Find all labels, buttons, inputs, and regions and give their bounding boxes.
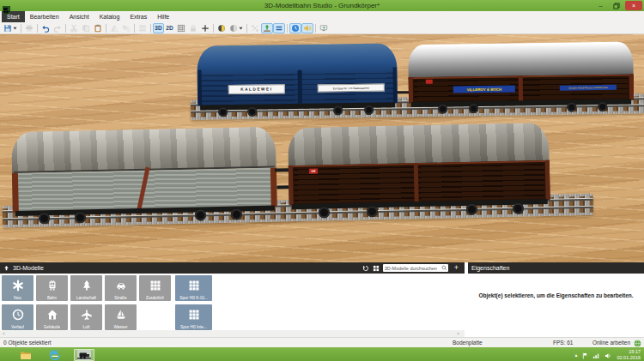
resize-button[interactable]: [249, 23, 261, 33]
menu-tab-ansicht[interactable]: Ansicht: [64, 11, 94, 22]
properties-title: Eigenschaften: [471, 265, 509, 271]
catalog-tile-spur-h0-inte[interactable]: Spur H0 Inte...: [175, 304, 212, 330]
add-model-button[interactable]: +: [452, 262, 461, 274]
action-center-flag-icon[interactable]: [582, 347, 588, 361]
wagon-post: [545, 160, 550, 200]
tile-label: Landschaft: [76, 295, 96, 301]
wagon-post: [12, 173, 19, 213]
undo-icon: [41, 24, 50, 33]
flip-horizontal-icon: [110, 24, 118, 33]
refresh-icon[interactable]: [362, 265, 369, 272]
catalog-panel: 3D-Modelle + NeuBahnLandschaftStraßeZusä…: [0, 262, 465, 337]
file-explorer-icon[interactable]: [15, 349, 36, 361]
tile-label: Wasser: [113, 324, 127, 330]
internet-explorer-icon[interactable]: [45, 349, 65, 361]
catalog-tile-stra-e[interactable]: Straße: [105, 275, 137, 301]
copy-button[interactable]: [80, 23, 92, 33]
publish-button[interactable]: [318, 23, 330, 33]
restore-button[interactable]: [610, 2, 623, 10]
lock-button[interactable]: [187, 23, 199, 33]
catalog-tile-spur-h0-k-gl[interactable]: Spur H0 K-Gl...: [175, 275, 212, 301]
tray-expand-icon[interactable]: ▲: [574, 352, 579, 358]
toolbar-separator: [213, 24, 214, 33]
sound-button[interactable]: [301, 23, 313, 33]
coupling: [276, 185, 289, 189]
window-title: 3D-Modellbahn Studio - Grundkörper*: [0, 0, 644, 11]
menu-tab-bearbeiten[interactable]: Bearbeiten: [25, 11, 64, 22]
network-icon[interactable]: [592, 347, 600, 361]
redo-button[interactable]: [52, 23, 64, 33]
menu-tab-hilfe[interactable]: Hilfe: [152, 11, 174, 22]
tile-label: Luft: [82, 324, 89, 330]
clock-date: 02.01.2016: [617, 355, 641, 361]
align-button[interactable]: [273, 23, 285, 33]
group-icon: [138, 24, 147, 33]
grid-button[interactable]: [175, 23, 187, 33]
material-dark-button[interactable]: [216, 23, 228, 33]
add-button[interactable]: [199, 23, 211, 33]
wheel: [247, 107, 257, 117]
close-button[interactable]: ×: [625, 1, 642, 10]
wheel: [567, 102, 576, 111]
wagon-villeroy-boch[interactable]: VILLEROY & BOCH Geschirr Kristall Fliese…: [408, 41, 634, 115]
scroll-right-arrow[interactable]: >: [457, 330, 459, 337]
catalog-tile-bahn[interactable]: Bahn: [36, 275, 68, 301]
tile-label: Gebäude: [44, 324, 61, 330]
catalog-header: 3D-Modelle +: [0, 262, 465, 274]
tree-icon: [70, 275, 102, 295]
simulation-time-button[interactable]: [289, 23, 301, 33]
print-icon: [25, 24, 33, 33]
catalog-search-input[interactable]: [383, 264, 448, 272]
flip-horizontal-button[interactable]: [108, 23, 120, 33]
taskbar-app-3d-modellbahn[interactable]: [74, 349, 94, 361]
toolbar-separator: [315, 24, 316, 33]
wagon-kaldewei[interactable]: KALDEWEI Europas Nr. 1 in Badewannen: [197, 43, 398, 117]
viewport-3d[interactable]: KALDEWEI Europas Nr. 1 in Badewannen: [0, 34, 644, 262]
catalog-tile-verlauf[interactable]: Verlauf: [2, 304, 33, 330]
boat-icon: [105, 304, 137, 324]
material-dark-icon: [217, 24, 226, 33]
taskbar-clock[interactable]: 15:17 02.01.2016: [617, 349, 641, 361]
place-button[interactable]: [261, 23, 273, 33]
car-icon: [105, 275, 137, 295]
status-online[interactable]: Online arbeiten: [592, 338, 630, 347]
view-3d-button[interactable]: 3D: [153, 23, 164, 33]
toolbar-separator: [106, 24, 106, 33]
material-light-button[interactable]: [228, 23, 245, 33]
toolbar: 3D2D: [0, 22, 644, 34]
catalog-tile-zus-tzlich[interactable]: Zusätzlich: [139, 275, 171, 301]
catalog-tile-wasser[interactable]: Wasser: [105, 304, 137, 330]
catalog-tile-luft[interactable]: Luft: [70, 304, 102, 330]
catalog-tile-neu[interactable]: Neu: [2, 275, 33, 301]
minimize-button[interactable]: –: [594, 2, 607, 10]
undo-button[interactable]: [39, 23, 52, 33]
volume-icon[interactable]: [605, 347, 612, 361]
view-grid-icon[interactable]: [373, 265, 380, 272]
save-button[interactable]: [2, 23, 19, 33]
tile-label: Zusätzlich: [146, 295, 165, 301]
place-icon: [263, 24, 271, 33]
taskbar: ▲ 15:17 02.01.2016: [0, 347, 644, 361]
menubar: StartBearbeitenAnsichtKatalogExtrasHilfe: [0, 11, 644, 22]
paste-button[interactable]: [92, 23, 104, 33]
catalog-tile-geb-ude[interactable]: Gebäude: [36, 304, 68, 330]
menu-tab-katalog[interactable]: Katalog: [94, 11, 125, 22]
group-button[interactable]: [137, 23, 149, 33]
flip-vertical-button[interactable]: [120, 23, 132, 33]
tram-icon: [36, 275, 68, 295]
catalog-hscrollbar[interactable]: < >: [0, 330, 465, 337]
scroll-left-arrow[interactable]: <: [3, 330, 5, 337]
view-2d-button[interactable]: 2D: [164, 23, 175, 33]
pin-up-icon[interactable]: [3, 265, 9, 271]
catalog-title: 3D-Modelle: [13, 265, 44, 271]
catalog-tile-landschaft[interactable]: Landschaft: [70, 275, 102, 301]
wheel: [364, 105, 374, 115]
wagon-db-brown[interactable]: DB: [288, 123, 550, 219]
tile-label: Verlauf: [11, 324, 24, 330]
print-button[interactable]: [23, 23, 35, 33]
clock-time: 15:17: [617, 349, 641, 355]
cut-button[interactable]: [68, 23, 80, 33]
menu-tab-extras[interactable]: Extras: [125, 11, 152, 22]
dropdown-caret-icon: [238, 27, 243, 30]
wagon-gray-tarp[interactable]: [11, 127, 277, 225]
